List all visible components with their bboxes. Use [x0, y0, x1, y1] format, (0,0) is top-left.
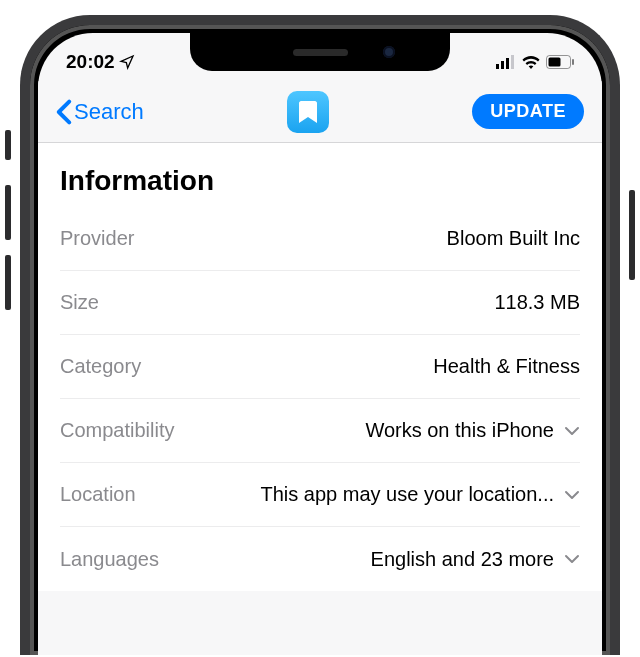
mute-switch — [5, 130, 11, 160]
screen: 20:02 Search — [38, 33, 602, 655]
information-section: Information Provider Bloom Built Inc Siz… — [38, 143, 602, 591]
row-languages[interactable]: Languages English and 23 more — [60, 527, 580, 591]
back-button[interactable]: Search — [56, 99, 144, 125]
location-label: Location — [60, 483, 136, 506]
svg-rect-6 — [572, 59, 574, 65]
location-value: This app may use your location... — [261, 483, 554, 506]
notch — [190, 33, 450, 71]
cellular-signal-icon — [496, 55, 516, 69]
provider-label: Provider — [60, 227, 134, 250]
volume-up-button — [5, 185, 11, 240]
svg-rect-3 — [511, 55, 514, 69]
chevron-down-icon — [564, 554, 580, 564]
section-title: Information — [60, 165, 580, 197]
row-category: Category Health & Fitness — [60, 335, 580, 399]
languages-label: Languages — [60, 548, 159, 571]
bookmark-icon — [297, 99, 319, 125]
svg-rect-0 — [496, 64, 499, 69]
size-value: 118.3 MB — [494, 291, 580, 314]
front-camera — [383, 46, 395, 58]
app-icon[interactable] — [287, 91, 329, 133]
row-location[interactable]: Location This app may use your location.… — [60, 463, 580, 527]
location-services-icon — [119, 54, 135, 70]
languages-value: English and 23 more — [371, 548, 554, 571]
svg-rect-2 — [506, 58, 509, 69]
side-button — [629, 190, 635, 280]
speaker-grille — [293, 49, 348, 56]
wifi-icon — [521, 55, 541, 69]
row-compatibility[interactable]: Compatibility Works on this iPhone — [60, 399, 580, 463]
row-provider: Provider Bloom Built Inc — [60, 207, 580, 271]
phone-frame: 20:02 Search — [20, 15, 620, 655]
volume-down-button — [5, 255, 11, 310]
category-value: Health & Fitness — [433, 355, 580, 378]
nav-bar: Search UPDATE — [38, 81, 602, 143]
row-size: Size 118.3 MB — [60, 271, 580, 335]
status-time: 20:02 — [66, 51, 115, 73]
compatibility-value: Works on this iPhone — [365, 419, 554, 442]
back-label: Search — [74, 99, 144, 125]
compatibility-label: Compatibility — [60, 419, 174, 442]
chevron-down-icon — [564, 490, 580, 500]
update-button[interactable]: UPDATE — [472, 94, 584, 129]
svg-rect-5 — [549, 58, 561, 67]
svg-rect-1 — [501, 61, 504, 69]
battery-icon — [546, 55, 574, 69]
provider-value: Bloom Built Inc — [447, 227, 580, 250]
chevron-down-icon — [564, 426, 580, 436]
size-label: Size — [60, 291, 99, 314]
category-label: Category — [60, 355, 141, 378]
